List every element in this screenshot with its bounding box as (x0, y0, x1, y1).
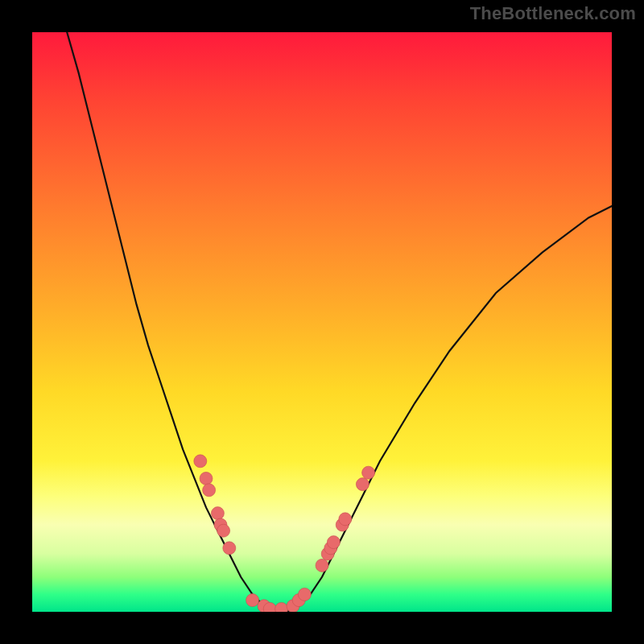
data-marker (362, 466, 375, 479)
data-marker (316, 559, 328, 572)
watermark-text: TheBottleneck.com (470, 3, 636, 24)
data-marker (339, 513, 352, 526)
data-marker (356, 478, 369, 491)
curve-svg (32, 32, 612, 612)
data-marker (246, 594, 259, 607)
data-marker (223, 542, 236, 555)
data-marker (327, 536, 340, 549)
plot-area (32, 32, 612, 612)
data-marker (298, 588, 311, 601)
data-marker (203, 484, 216, 497)
data-marker (194, 455, 207, 468)
data-marker (200, 472, 213, 485)
chart-container: TheBottleneck.com (0, 0, 644, 644)
data-marker (275, 602, 288, 612)
data-marker (211, 507, 224, 520)
marker-group (194, 455, 375, 612)
data-marker (217, 524, 230, 537)
